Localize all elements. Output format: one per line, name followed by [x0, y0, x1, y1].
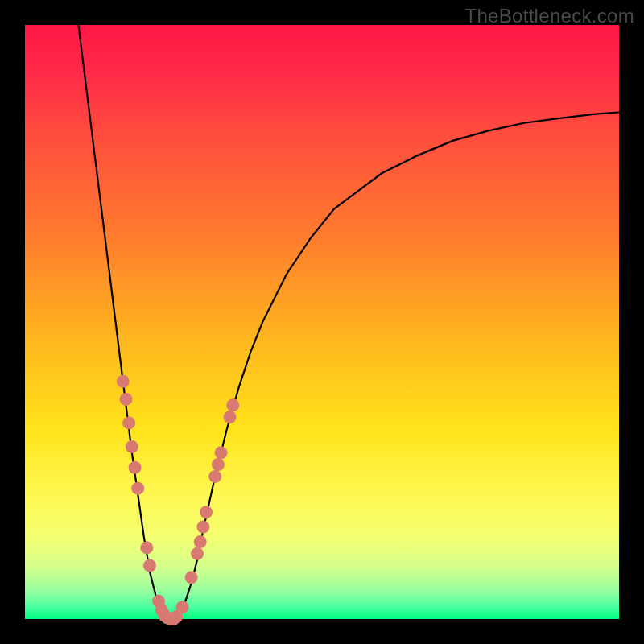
watermark-text: TheBottleneck.com — [464, 5, 634, 27]
data-dot — [185, 571, 198, 584]
data-dot — [194, 535, 207, 548]
plot-area — [25, 25, 619, 619]
bottleneck-curve-svg — [25, 25, 619, 619]
data-dot — [200, 506, 213, 518]
data-dot — [191, 547, 204, 560]
data-dot — [143, 559, 156, 572]
data-dot — [224, 411, 237, 423]
data-dot — [129, 461, 142, 474]
data-dot — [140, 541, 153, 554]
chart-frame: TheBottleneck.com — [0, 0, 644, 644]
data-dot — [212, 458, 225, 471]
data-dot — [122, 416, 135, 429]
data-dot — [119, 393, 132, 406]
highlighted-points — [117, 375, 240, 625]
bottleneck-curve — [78, 25, 619, 619]
data-dot — [215, 446, 228, 459]
data-dot — [196, 521, 209, 534]
data-dot — [176, 601, 189, 613]
data-dot — [131, 482, 144, 495]
data-dot — [126, 440, 138, 453]
data-dot — [117, 375, 130, 388]
data-dot — [226, 398, 239, 411]
data-dot — [208, 470, 221, 483]
